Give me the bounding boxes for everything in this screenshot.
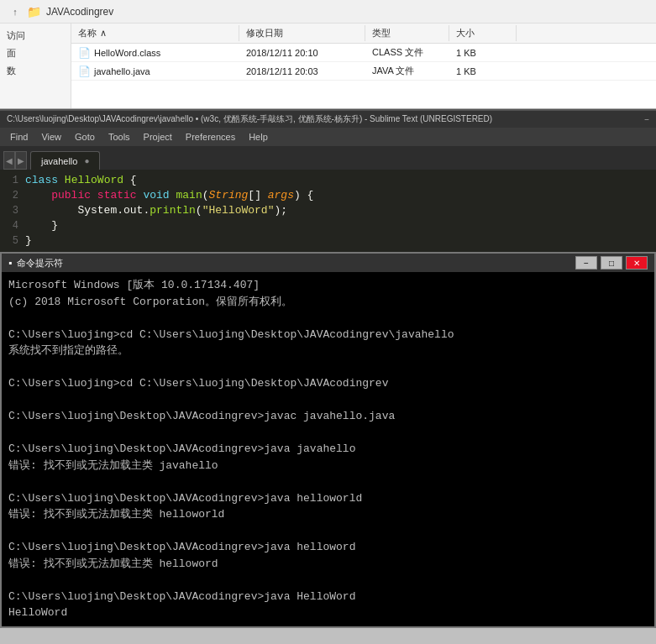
file-date-0: 2018/12/11 20:10 [239, 48, 365, 58]
nav-up-btn[interactable]: ↑ [7, 3, 24, 20]
cmd-title: ▪ 命令提示符 [8, 257, 63, 270]
sublime-minimize-btn[interactable]: − [644, 115, 649, 124]
cmd-titlebar: ▪ 命令提示符 − □ ✕ [2, 254, 654, 272]
cmd-line-15 [8, 523, 648, 540]
cmd-line-9 [8, 425, 648, 442]
cmd-line-14: 错误: 找不到或无法加载主类 helloworld [8, 506, 648, 523]
col-type-header[interactable]: 类型 [365, 25, 449, 41]
code-text-3: System.out.println("HelloWord"); [25, 204, 287, 217]
sublime-titlebar: C:\Users\luojing\Desktop\JAVAcodingrev\j… [0, 111, 656, 128]
cmd-line-11: 错误: 找不到或无法加载主类 javahello [8, 458, 648, 474]
line-num-4: 4 [0, 220, 25, 232]
menu-tools[interactable]: Tools [102, 130, 137, 144]
sublime-editor[interactable]: 1 class HelloWord { 2 public static void… [0, 170, 656, 252]
cmd-controls: − □ ✕ [575, 256, 648, 270]
sidebar-item-2[interactable]: 面 [0, 45, 71, 62]
explorer-main: 名称 ∧ 修改日期 类型 大小 📄HelloWord.class 2018/12… [71, 24, 656, 108]
cmd-line-17: 错误: 找不到或无法加载主类 helloword [8, 556, 648, 573]
explorer-path: JAVAcodingrev [46, 6, 113, 18]
cmd-line-4: 系统找不到指定的路径。 [8, 343, 648, 359]
cmd-line-6: C:\Users\luojing>cd C:\Users\luojing\Des… [8, 375, 648, 392]
code-text-4: } [25, 219, 58, 232]
code-line-4: 4 } [0, 218, 656, 233]
cmd-body[interactable]: Microsoft Windows [版本 10.0.17134.407] (c… [2, 272, 654, 626]
cmd-line-7 [8, 392, 648, 409]
tab-arrows: ◀ ▶ [3, 151, 27, 170]
tab-javahello[interactable]: javahello ● [30, 151, 100, 170]
sidebar-item-3[interactable]: 数 [0, 62, 71, 80]
cmd-line-19: C:\Users\luojing\Desktop\JAVAcodingrev>j… [8, 589, 648, 605]
line-num-1: 1 [0, 175, 25, 186]
folder-icon: 📁 [27, 5, 41, 18]
col-name-header[interactable]: 名称 ∧ [71, 25, 239, 41]
line-num-3: 3 [0, 205, 25, 217]
line-num-2: 2 [0, 190, 25, 202]
sublime-window: C:\Users\luojing\Desktop\JAVAcodingrev\j… [0, 109, 656, 252]
cmd-line-8: C:\Users\luojing\Desktop\JAVAcodingrev>j… [8, 408, 648, 425]
col-size-header[interactable]: 大小 [449, 25, 517, 41]
file-name-1: 📄javahello.java [71, 65, 239, 77]
cmd-icon: ▪ [8, 257, 12, 269]
file-name-0: 📄HelloWord.class [71, 47, 239, 59]
tab-arrow-left[interactable]: ◀ [3, 151, 15, 170]
sublime-tabs: ◀ ▶ javahello ● [0, 146, 656, 170]
file-size-1: 1 KB [449, 66, 517, 76]
cmd-line-16: C:\Users\luojing\Desktop\JAVAcodingrev>j… [8, 539, 648, 556]
cmd-window: ▪ 命令提示符 − □ ✕ Microsoft Windows [版本 10.0… [0, 252, 656, 628]
file-row-1[interactable]: 📄javahello.java 2018/12/11 20:03 JAVA 文件… [71, 62, 656, 81]
cmd-minimize-btn[interactable]: − [575, 256, 597, 270]
code-text-1: class HelloWord { [25, 174, 137, 186]
file-type-0: CLASS 文件 [365, 46, 449, 59]
code-line-3: 3 System.out.println("HelloWord"); [0, 203, 656, 218]
explorer-sidebar: 访问 面 数 [0, 24, 71, 108]
menu-goto[interactable]: Goto [68, 130, 102, 144]
tab-arrow-right[interactable]: ▶ [15, 151, 27, 170]
cmd-line-0: Microsoft Windows [版本 10.0.17134.407] [8, 277, 648, 294]
cmd-line-10: C:\Users\luojing\Desktop\JAVAcodingrev>j… [8, 441, 648, 458]
cmd-close-btn[interactable]: ✕ [626, 256, 648, 270]
file-row-0[interactable]: 📄HelloWord.class 2018/12/11 20:10 CLASS … [71, 44, 656, 62]
cmd-line-2 [8, 310, 648, 327]
menu-project[interactable]: Project [137, 130, 179, 144]
menu-view[interactable]: View [34, 130, 68, 144]
cmd-title-text: 命令提示符 [17, 257, 63, 270]
explorer-titlebar: ↑ 📁 JAVAcodingrev [0, 0, 656, 24]
menu-find[interactable]: Find [3, 130, 34, 144]
explorer-header: 名称 ∧ 修改日期 类型 大小 [71, 24, 656, 44]
code-text-2: public static void main(String[] args) { [25, 189, 313, 202]
tab-label: javahello [41, 156, 77, 166]
file-type-1: JAVA 文件 [365, 65, 449, 77]
file-size-0: 1 KB [449, 48, 517, 58]
line-num-5: 5 [0, 235, 25, 247]
cmd-line-18 [8, 572, 648, 589]
menu-help[interactable]: Help [242, 130, 275, 144]
file-explorer: ↑ 📁 JAVAcodingrev 访问 面 数 名称 ∧ 修改日期 类型 大小 [0, 0, 656, 109]
cmd-line-5 [8, 359, 648, 376]
file-icon-0: 📄 [78, 47, 91, 59]
file-date-1: 2018/12/11 20:03 [239, 66, 365, 76]
code-line-2: 2 public static void main(String[] args)… [0, 188, 656, 203]
code-text-5: } [25, 234, 32, 247]
cmd-line-3: C:\Users\luojing>cd C:\Users\luojing\Des… [8, 327, 648, 343]
cmd-line-12 [8, 474, 648, 490]
col-date-header[interactable]: 修改日期 [239, 25, 365, 41]
cmd-line-13: C:\Users\luojing\Desktop\JAVAcodingrev>j… [8, 490, 648, 507]
sublime-title-text: C:\Users\luojing\Desktop\JAVAcodingrev\j… [7, 113, 492, 125]
code-line-1: 1 class HelloWord { [0, 173, 656, 188]
tab-close-btn[interactable]: ● [84, 156, 89, 165]
sublime-menubar: Find View Goto Tools Project Preferences… [0, 128, 656, 146]
cmd-maximize-btn[interactable]: □ [601, 256, 622, 270]
cmd-line-1: (c) 2018 Microsoft Corporation。保留所有权利。 [8, 294, 648, 311]
sidebar-item-1[interactable]: 访问 [0, 27, 71, 45]
file-icon-1: 📄 [78, 65, 91, 77]
cmd-line-20: HelloWord [8, 605, 648, 621]
menu-preferences[interactable]: Preferences [179, 130, 242, 144]
code-line-5: 5 } [0, 233, 656, 249]
